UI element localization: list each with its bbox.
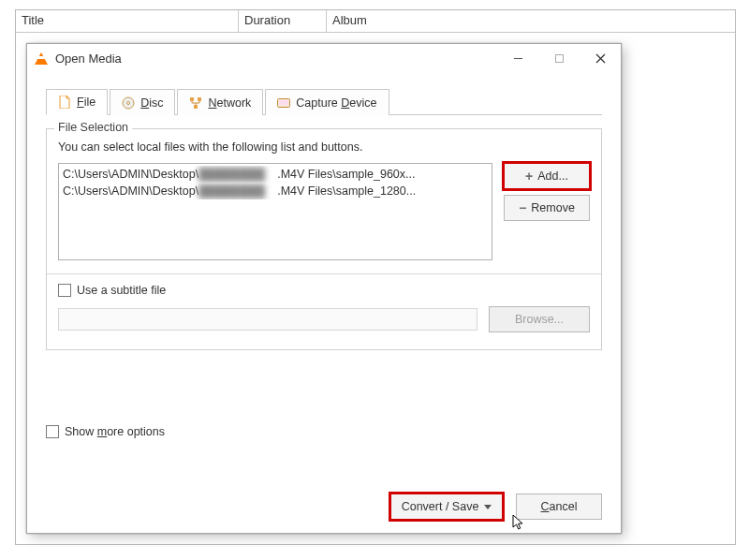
dialog-body: File Disc Network Capture Device	[27, 72, 621, 449]
divider	[47, 273, 601, 274]
column-title[interactable]: Title	[16, 10, 239, 32]
dialog-title: Open Media	[55, 52, 122, 66]
file-icon	[58, 96, 71, 109]
open-media-dialog: Open Media File	[26, 43, 622, 534]
close-icon	[595, 53, 606, 64]
cancel-button[interactable]: Cancel	[516, 494, 602, 520]
close-button[interactable]	[580, 44, 621, 72]
convert-save-button[interactable]: Convert / Save	[390, 494, 503, 520]
network-icon	[189, 96, 202, 110]
dialog-titlebar[interactable]: Open Media	[27, 44, 621, 72]
tab-network[interactable]: Network	[177, 89, 263, 115]
remove-file-button[interactable]: − Remove	[504, 195, 590, 221]
tab-network-label: Network	[208, 96, 251, 110]
svg-point-5	[127, 101, 130, 104]
column-album[interactable]: Album	[327, 10, 735, 32]
svg-rect-1	[555, 54, 563, 62]
use-subtitle-checkbox[interactable]	[58, 284, 71, 297]
remove-button-label: Remove	[531, 201, 575, 214]
tab-file-label: File	[77, 96, 95, 109]
maximize-icon	[554, 53, 565, 64]
svg-rect-7	[198, 97, 201, 101]
vlc-cone-icon	[35, 52, 48, 65]
dialog-actions: Convert / Save Cancel	[390, 494, 602, 520]
disc-icon	[122, 96, 135, 110]
minimize-icon	[513, 53, 523, 64]
cancel-button-label: Cancel	[541, 500, 578, 513]
add-file-button[interactable]: + Add...	[504, 163, 590, 189]
plus-icon: +	[525, 169, 533, 183]
playlist-header: Title Duration Album	[16, 10, 735, 33]
svg-rect-6	[190, 97, 194, 101]
list-item[interactable]: C:\Users\ADMIN\Desktop\████████.M4V File…	[63, 166, 488, 183]
media-source-tabs: File Disc Network Capture Device	[46, 89, 602, 115]
show-more-checkbox[interactable]	[46, 425, 59, 438]
svg-rect-8	[194, 105, 198, 109]
use-subtitle-label: Use a subtitle file	[77, 284, 166, 297]
minimize-button[interactable]	[497, 44, 538, 72]
window-controls	[497, 44, 621, 72]
column-duration[interactable]: Duration	[239, 10, 327, 32]
tab-file[interactable]: File	[46, 89, 108, 115]
convert-save-label: Convert / Save	[402, 500, 479, 513]
use-subtitle-row[interactable]: Use a subtitle file	[58, 284, 590, 297]
capture-icon	[277, 96, 290, 110]
file-selection-group: File Selection You can select local file…	[46, 128, 602, 350]
svg-rect-10	[279, 100, 288, 105]
show-more-options-row[interactable]: Show more options	[46, 425, 602, 438]
dropdown-caret-icon[interactable]	[484, 500, 492, 513]
file-selection-hint: You can select local files with the foll…	[58, 140, 590, 154]
list-item[interactable]: C:\Users\ADMIN\Desktop\████████.M4V File…	[63, 183, 488, 199]
tab-capture[interactable]: Capture Device	[265, 89, 389, 115]
tab-disc-label: Disc	[140, 96, 163, 110]
show-more-label: Show more options	[65, 425, 165, 438]
browse-button-label: Browse...	[515, 313, 564, 326]
tab-disc[interactable]: Disc	[110, 89, 175, 115]
minus-icon: −	[519, 201, 526, 214]
selected-files-list[interactable]: C:\Users\ADMIN\Desktop\████████.M4V File…	[58, 163, 492, 260]
maximize-button[interactable]	[538, 44, 580, 72]
tab-capture-label: Capture Device	[296, 96, 376, 110]
browse-subtitle-button: Browse...	[489, 306, 590, 332]
add-button-label: Add...	[537, 169, 568, 183]
file-selection-legend: File Selection	[54, 121, 132, 134]
subtitle-path-input	[58, 308, 477, 331]
